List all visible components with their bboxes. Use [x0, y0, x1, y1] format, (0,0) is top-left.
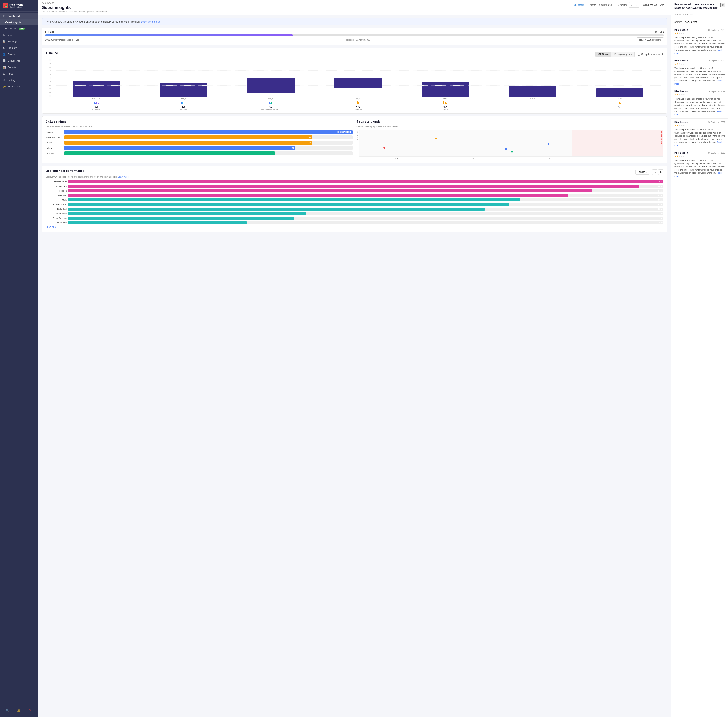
search-icon[interactable]: 🔍	[5, 708, 11, 714]
review-card: Mike Leeden 30 September 2022 ★★★★★ Your…	[671, 88, 728, 119]
host-bar-track: 1.9 ★	[68, 217, 663, 220]
sidebar-item-label: Bookings	[8, 40, 18, 43]
host-bar-label: 2 ★	[659, 212, 663, 215]
star-rating: ★★★★★	[674, 63, 725, 66]
star-icon: ★	[681, 32, 683, 35]
tab-gx-score[interactable]: GX Score	[595, 52, 611, 57]
sidebar-item-payments[interactable]: Payments NEW	[0, 25, 38, 32]
rating-label-helpful: Helpful	[46, 147, 63, 149]
prev-button[interactable]: ‹	[629, 2, 634, 8]
rating-row-helpful: Helpful 24	[46, 146, 353, 150]
star-icon: ★	[674, 32, 676, 35]
gx-bar-labels: LITE (200) PRO (500)	[45, 31, 664, 33]
bookings-icon: 📋	[3, 40, 6, 43]
host-row: Charles Baker 3.7 ★	[46, 203, 663, 206]
sidebar-item-guest-insights[interactable]: Guest insights	[0, 19, 38, 25]
review-meta: Mike Leeden 30 September 2022	[674, 29, 725, 31]
host-bar-fill	[68, 189, 592, 192]
sidebar-item-apps[interactable]: ⊞ Apps	[0, 70, 38, 77]
sidebar-item-dashboard[interactable]: ⊞ Dashboard	[0, 13, 38, 19]
read-more-link[interactable]: Read more	[674, 172, 722, 177]
sidebar-item-label: Settings	[8, 79, 17, 82]
sort-icons: ↑↓ ⇅	[652, 169, 663, 175]
host-name: Roddick	[46, 190, 67, 192]
gx-bar-info: 100/200 monthly responses received Reset…	[45, 37, 664, 42]
host-row: Ryan Simpson 1.9 ★	[46, 217, 663, 220]
sidebar-item-products[interactable]: 🏷 Products	[0, 44, 38, 51]
filter-3months[interactable]: 3 months	[599, 4, 612, 6]
filter-6months[interactable]: 6 months	[615, 4, 627, 6]
next-button[interactable]: ›	[634, 2, 640, 8]
panel-title: Responses with comments where Elizabeth …	[674, 3, 720, 9]
sidebar-item-label: Documents	[8, 59, 20, 62]
sidebar-item-reports[interactable]: 📊 Reports	[0, 64, 38, 70]
alert-link[interactable]: Select another plan.	[141, 20, 161, 23]
host-name: Seb Smith	[46, 221, 67, 224]
sort-desc-button[interactable]: ⇅	[658, 169, 663, 175]
host-bar-fill	[68, 221, 247, 224]
panel-date-range: 26 Feb–26 Mar, 2022	[671, 12, 728, 18]
read-more-link[interactable]: Read more	[674, 110, 722, 116]
sidebar-item-inbox[interactable]: ✉ Inbox	[0, 32, 38, 38]
sidebar-item-bookings[interactable]: 📋 Bookings	[0, 38, 38, 44]
host-name: Charles Baker	[46, 203, 67, 206]
day-col-wed: WED, 2 4.5 SERVICE	[140, 98, 227, 110]
chart-main: TUE, 1 MAR 62 GX SCORE	[53, 59, 663, 110]
reviewer-name: Mike Leeden	[674, 29, 688, 31]
rating-row-original: Original 26	[46, 141, 353, 145]
two-col-layout: 5 stars ratings The most common factors …	[46, 120, 663, 159]
rating-bar-track-service: 30 RESPONSES	[64, 130, 353, 134]
help-icon[interactable]: ❓	[27, 708, 34, 714]
service-dropdown[interactable]: Service ▾	[635, 169, 649, 174]
trial-alert: ℹ Your GX Score trial ends in XX days th…	[42, 18, 667, 25]
host-name: Minh	[46, 199, 67, 201]
sidebar-item-label: Dashboard	[8, 15, 20, 17]
read-more-link[interactable]: Read more	[674, 49, 722, 54]
day-col-tue: TUE, 1 MAR 62 GX SCORE	[53, 98, 140, 110]
star-icon: ★	[679, 32, 681, 35]
star-icon: ★	[683, 93, 685, 96]
gx-progress-track	[45, 34, 664, 36]
review-plans-button[interactable]: Review GX Score plans	[637, 37, 664, 42]
sidebar-item-label: Products	[8, 46, 17, 49]
group-by-checkbox[interactable]	[638, 53, 640, 56]
day-col-mon: MON, 7 4.7	[576, 98, 663, 110]
four-stars-title: 4 stars and under	[356, 120, 663, 123]
sidebar-item-whats-new[interactable]: ✨ What's new	[0, 83, 38, 90]
read-more-link[interactable]: Read more	[674, 141, 722, 146]
panel-close-button[interactable]: ✕	[720, 3, 725, 7]
day-label-thu: THU, 3	[227, 98, 314, 100]
score-thu: 4.7	[227, 105, 314, 108]
bottom-toolbar: 🔍 🔔 ❓	[0, 706, 38, 715]
show-all-button[interactable]: Show all ▾	[46, 226, 663, 228]
timeline-header: Timeline GX Score Rating categories Grou…	[46, 52, 663, 57]
sort-asc-button[interactable]: ↑↓	[652, 169, 657, 175]
nav-arrows: ‹ ›	[629, 2, 640, 8]
timeline-card: Timeline GX Score Rating categories Grou…	[42, 48, 667, 114]
tab-rating-categories[interactable]: Rating categories	[611, 52, 635, 57]
host-bar-label: 3.8 ★	[658, 198, 663, 201]
read-more-link[interactable]: Read more	[674, 79, 722, 85]
learn-more-link[interactable]: Learn more.	[118, 175, 129, 178]
sidebar-item-settings[interactable]: ⚙ Settings	[0, 77, 38, 83]
mini-bars-tue	[53, 101, 140, 104]
filter-month[interactable]: Month	[586, 4, 596, 6]
sidebar-item-documents[interactable]: 📄 Documents	[0, 58, 38, 64]
chart-area	[53, 59, 663, 97]
filter-week[interactable]: Week	[574, 4, 583, 6]
settings-icon: ⚙	[3, 79, 6, 82]
five-stars-title: 5 stars ratings	[46, 120, 353, 123]
page-content: DASHBOARD Guest insights Data is based o…	[38, 0, 671, 717]
bell-icon[interactable]: 🔔	[16, 708, 22, 714]
star-icon: ★	[681, 93, 683, 96]
sidebar-item-guests[interactable]: 👤 Guests	[0, 51, 38, 58]
star-icon: ★	[676, 155, 679, 158]
host-bar-fill	[68, 203, 509, 206]
mini-bars-sun	[489, 101, 576, 104]
guests-icon: 👤	[3, 53, 6, 56]
page-header: DASHBOARD Guest insights Data is based o…	[38, 0, 671, 15]
sort-select[interactable]: Newest first	[683, 20, 701, 24]
apps-icon: ⊞	[3, 72, 6, 75]
review-text: Your trampolines smell great but your st…	[674, 67, 725, 85]
score-label-tue: GX SCORE	[53, 108, 140, 110]
